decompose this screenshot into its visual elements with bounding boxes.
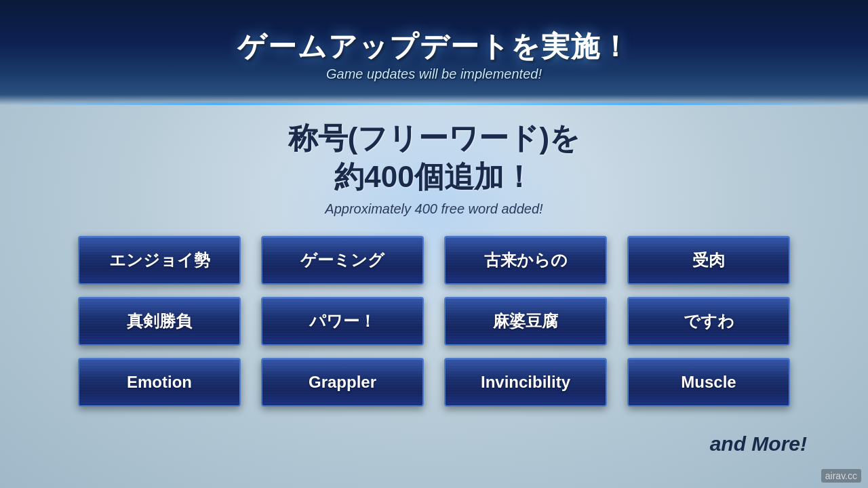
tag-label-3: 古来からの <box>484 249 568 271</box>
tag-label-5: 真剣勝負 <box>127 310 192 332</box>
main-content: 称号(フリーワード)を 約400個追加！ Approximately 400 f… <box>0 105 868 488</box>
banner-en-text: Game updates will be implemented! <box>326 66 542 82</box>
tag-label-6: パワー！ <box>309 310 376 332</box>
tag-button-4[interactable]: 受肉 <box>627 236 790 285</box>
tag-label-10: Grappler <box>309 373 376 392</box>
tag-button-12[interactable]: Muscle <box>627 358 790 407</box>
tag-button-7[interactable]: 麻婆豆腐 <box>444 297 607 346</box>
tag-grid: エンジョイ勢ゲーミング古来からの受肉真剣勝負パワー！麻婆豆腐ですわEmotion… <box>78 236 790 407</box>
title-en: Approximately 400 free word added! <box>325 201 542 217</box>
tag-label-1: エンジョイ勢 <box>109 249 210 271</box>
tag-label-12: Muscle <box>681 373 736 392</box>
tag-button-11[interactable]: Invincibility <box>444 358 607 407</box>
tag-button-2[interactable]: ゲーミング <box>261 236 424 285</box>
banner-jp-text: ゲームアップデートを実施！ <box>237 30 631 64</box>
watermark: airav.cc <box>821 469 861 483</box>
tag-button-10[interactable]: Grappler <box>261 358 424 407</box>
tag-label-2: ゲーミング <box>300 249 384 271</box>
tag-button-6[interactable]: パワー！ <box>261 297 424 346</box>
tag-button-3[interactable]: 古来からの <box>444 236 607 285</box>
top-banner: ゲームアップデートを実施！ Game updates will be imple… <box>0 0 868 105</box>
and-more-text: and More! <box>710 432 807 455</box>
tag-label-11: Invincibility <box>481 373 570 392</box>
title-jp: 称号(フリーワード)を 約400個追加！ <box>288 119 580 196</box>
tag-label-7: 麻婆豆腐 <box>493 310 558 332</box>
tag-label-9: Emotion <box>127 373 192 392</box>
tag-label-4: 受肉 <box>692 249 725 271</box>
tag-button-8[interactable]: ですわ <box>627 297 790 346</box>
tag-button-5[interactable]: 真剣勝負 <box>78 297 241 346</box>
tag-button-9[interactable]: Emotion <box>78 358 241 407</box>
tag-label-8: ですわ <box>684 310 734 332</box>
tag-button-1[interactable]: エンジョイ勢 <box>78 236 241 285</box>
